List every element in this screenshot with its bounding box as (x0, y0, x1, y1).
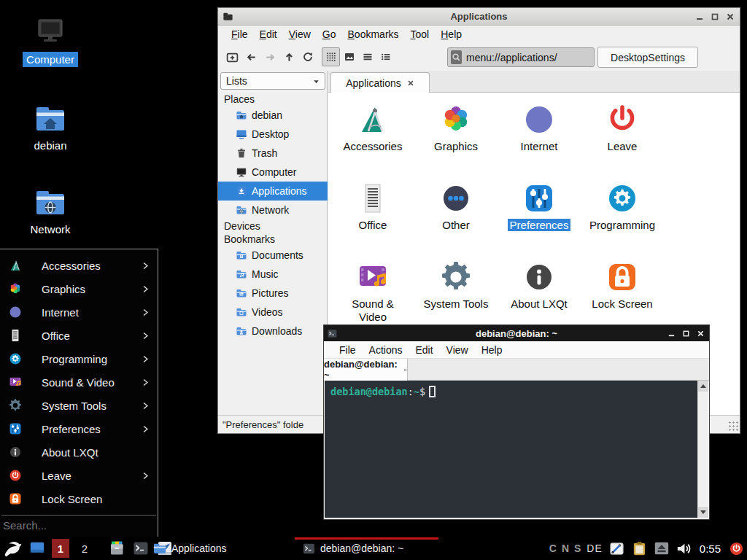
tray-screenshot-icon[interactable] (608, 540, 625, 557)
menu-edit[interactable]: Edit (254, 27, 283, 42)
minimize-icon (667, 330, 676, 338)
app-item-sound-video[interactable]: Sound & Video (331, 260, 414, 324)
thumbnail-view-button[interactable] (340, 47, 358, 66)
address-input[interactable] (466, 52, 598, 63)
sidebar-item-pictures[interactable]: Pictures (218, 284, 328, 303)
menu-help[interactable]: Help (475, 343, 509, 357)
minimize-button[interactable] (694, 12, 705, 22)
menu-item-graphics[interactable]: Graphics (0, 277, 158, 300)
menu-item-sound-video[interactable]: Sound & Video (0, 370, 158, 394)
quicklaunch-file-manager-icon[interactable] (108, 540, 125, 557)
desktop-icon-debian[interactable]: debian (14, 101, 87, 153)
sidebar-item-documents[interactable]: Documents (218, 246, 328, 265)
desktop-icon-computer[interactable]: Computer (14, 15, 87, 67)
menu-help[interactable]: Help (435, 27, 468, 42)
sidebar-item-network[interactable]: Network (218, 201, 328, 219)
maximize-button[interactable] (710, 12, 720, 22)
menu-item-internet[interactable]: Internet (0, 300, 158, 324)
sidebar-item-downloads[interactable]: Downloads (218, 322, 328, 341)
menu-item-programming[interactable]: Programming (0, 347, 158, 370)
menu-actions[interactable]: Actions (363, 343, 409, 357)
app-item-internet[interactable]: Internet (498, 102, 581, 153)
indicator-capslock: C (549, 542, 557, 554)
menu-search-input[interactable] (3, 519, 149, 532)
desktop-icon-network[interactable]: Network (14, 184, 87, 237)
back-button[interactable] (243, 47, 259, 66)
resize-grip[interactable] (728, 421, 738, 431)
menu-item-leave[interactable]: Leave (0, 464, 158, 487)
terminal-titlebar[interactable]: debian@debian: ~ (324, 325, 709, 341)
tray-removable-media-icon[interactable] (654, 540, 670, 556)
terminal-tab[interactable]: debian@debian: ~ (324, 359, 408, 381)
close-button[interactable] (695, 328, 705, 338)
leave-button[interactable] (728, 540, 745, 557)
show-desktop-button[interactable] (29, 540, 45, 556)
clock[interactable]: 0:55 (700, 542, 721, 555)
menu-file[interactable]: File (225, 27, 254, 42)
menu-edit[interactable]: Edit (409, 343, 439, 357)
scroll-up-button[interactable] (698, 381, 708, 392)
menu-item-lock-screen[interactable]: Lock Screen (0, 487, 158, 510)
menu-tool[interactable]: Tool (405, 27, 436, 42)
tab-close-icon[interactable] (403, 367, 407, 373)
tab-applications[interactable]: Applications (330, 72, 430, 93)
new-tab-button[interactable] (224, 47, 240, 66)
app-item-lock-screen[interactable]: Lock Screen (581, 260, 664, 311)
app-item-preferences[interactable]: Preferences (498, 181, 581, 232)
app-item-graphics[interactable]: Graphics (414, 102, 498, 153)
active-task-indicator (295, 537, 438, 540)
volume-icon[interactable] (676, 540, 692, 557)
sidebar-item-desktop[interactable]: Desktop (218, 125, 328, 144)
sidebar-item-computer[interactable]: Computer (218, 163, 328, 182)
menu-go[interactable]: Go (317, 27, 342, 42)
icon-view-button[interactable] (322, 47, 340, 66)
detailed-list-view-button[interactable] (358, 47, 376, 66)
menu-item-preferences[interactable]: Preferences (0, 417, 158, 440)
scroll-down-button[interactable] (698, 507, 708, 518)
forward-button[interactable] (262, 47, 278, 66)
close-button[interactable] (725, 12, 735, 22)
close-icon (697, 330, 705, 338)
terminal-scrollbar[interactable] (697, 381, 708, 518)
sidebar-item-applications[interactable]: Applications (218, 182, 328, 201)
menu-view[interactable]: View (440, 343, 475, 357)
tab-close-icon[interactable] (407, 79, 414, 87)
sidebar-item-videos[interactable]: Videos (218, 303, 328, 322)
refresh-button[interactable] (300, 47, 316, 66)
folder-icon (152, 541, 167, 556)
keyboard-layout-switcher[interactable]: DE (587, 542, 602, 554)
task-button-applications[interactable]: Applications (152, 537, 288, 560)
terminal-screen[interactable]: debian@debian:~$ (325, 381, 697, 518)
sidebar-item-debian[interactable]: debian (218, 106, 328, 125)
app-item-leave[interactable]: Leave (581, 102, 664, 153)
menu-item-accessories[interactable]: Accessories (0, 254, 158, 277)
app-item-about-lxqt[interactable]: About LXQt (498, 260, 581, 311)
workspace-2-button[interactable]: 2 (76, 539, 93, 558)
quicklaunch-terminal-icon[interactable] (132, 540, 150, 557)
main-menu-button[interactable] (3, 539, 23, 559)
sidebar-mode-select[interactable]: Lists (220, 72, 325, 90)
maximize-button[interactable] (681, 328, 691, 338)
up-button[interactable] (281, 47, 297, 66)
app-item-office[interactable]: Office (331, 181, 414, 232)
sidebar-item-music[interactable]: Music (218, 265, 328, 284)
menu-bookmarks[interactable]: Bookmarks (342, 27, 405, 42)
menu-file[interactable]: File (333, 343, 363, 357)
menu-item-office[interactable]: Office (0, 324, 158, 347)
task-button-terminal[interactable]: debian@debian: ~ (295, 537, 438, 560)
minimize-button[interactable] (666, 328, 676, 338)
fm-titlebar[interactable]: Applications (218, 8, 740, 26)
app-item-system-tools[interactable]: System Tools (414, 260, 498, 311)
workspace-1-button[interactable]: 1 (52, 539, 69, 558)
menu-view[interactable]: View (283, 27, 317, 42)
menu-item-system-tools[interactable]: System Tools (0, 394, 158, 417)
desktop-settings-button[interactable]: DesktopSettings (597, 47, 698, 68)
menu-item-about-lxqt[interactable]: About LXQt (0, 440, 158, 464)
tray-clipboard-icon[interactable] (631, 540, 648, 557)
compact-view-button[interactable] (376, 47, 395, 66)
address-bar[interactable] (447, 47, 595, 67)
app-item-other[interactable]: Other (414, 181, 498, 232)
app-item-accessories[interactable]: Accessories (331, 102, 414, 153)
sidebar-item-trash[interactable]: Trash (218, 144, 328, 163)
app-item-programming[interactable]: Programming (581, 181, 664, 232)
